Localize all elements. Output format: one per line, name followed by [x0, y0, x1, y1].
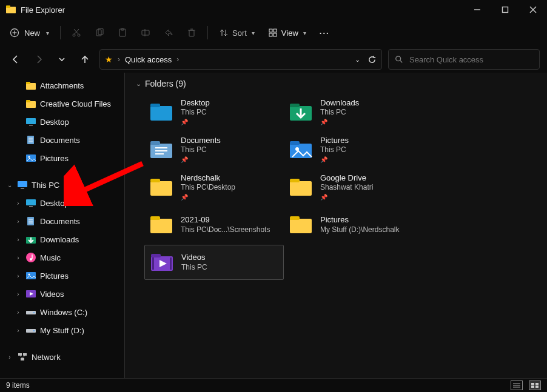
svg-rect-35	[26, 118, 36, 124]
chevron-icon[interactable]: ›	[15, 199, 22, 207]
cut-button[interactable]	[65, 24, 87, 42]
sidebar-item-this-pc[interactable]: ⌄This PC	[0, 176, 124, 194]
folder-card[interactable]: DownloadsThis PC📌	[284, 95, 423, 130]
sidebar-item-label: Videos	[40, 290, 64, 299]
chevron-icon[interactable]: ›	[15, 272, 22, 279]
rename-button[interactable]	[135, 24, 156, 42]
close-button[interactable]	[519, 0, 547, 19]
chevron-down-icon: ▾	[252, 30, 255, 36]
svg-rect-93	[170, 257, 172, 270]
folder-yellow-icon	[25, 98, 36, 109]
chevron-icon[interactable]: ›	[6, 353, 13, 360]
view-button-label: View	[281, 28, 298, 38]
breadcrumb-separator: ›	[176, 55, 179, 64]
svg-rect-74	[150, 141, 160, 145]
sidebar-item-desktop[interactable]: ›Desktop	[0, 194, 124, 212]
sidebar-item-pictures[interactable]: ›Pictures	[0, 149, 124, 167]
sidebar-item-network[interactable]: ›Network	[0, 348, 124, 366]
folder-card[interactable]: DocumentsThis PC📌	[144, 132, 284, 167]
new-button-label: New	[24, 28, 40, 38]
sidebar-item-music[interactable]: ›Music	[0, 248, 124, 267]
pin-icon: 📌	[181, 194, 235, 201]
monitor-icon	[17, 179, 28, 190]
svg-point-10	[78, 34, 80, 36]
chevron-icon[interactable]: ›	[15, 236, 22, 243]
chevron-icon[interactable]: ⌄	[6, 181, 13, 188]
sidebar-item-label: Attachments	[40, 81, 84, 90]
sidebar-item-creative-cloud-files[interactable]: ›Creative Cloud Files	[0, 95, 124, 113]
back-button[interactable]	[7, 51, 24, 68]
paste-button[interactable]	[112, 24, 133, 42]
command-bar: New ▾ Sort ▾ View ▾ ···	[0, 19, 547, 46]
breadcrumb-location[interactable]: Quick access	[125, 55, 172, 64]
forward-button[interactable]	[30, 51, 47, 68]
sidebar-item-my-stuff-d-[interactable]: ›My Stuff (D:)	[0, 321, 124, 339]
sidebar-item-windows-c-[interactable]: ›Windows (C:)	[0, 303, 124, 321]
pictures-icon	[25, 270, 36, 281]
section-header[interactable]: ⌄ Folders (9)	[136, 79, 536, 88]
svg-rect-83	[290, 181, 312, 196]
folder-card[interactable]: 2021-09This PC\Doc...\Screenshots	[144, 207, 284, 242]
maximize-button[interactable]	[491, 0, 519, 19]
svg-line-30	[400, 61, 403, 63]
copy-button[interactable]	[89, 24, 110, 42]
videos-icon	[25, 288, 36, 299]
music-icon	[25, 252, 36, 263]
sidebar-item-label: Pictures	[40, 271, 69, 281]
svg-rect-69	[150, 104, 160, 107]
sidebar-item-pictures[interactable]: ›Pictures	[0, 267, 124, 285]
refresh-button[interactable]	[367, 55, 377, 64]
svg-rect-68	[150, 106, 172, 121]
folder-card[interactable]: PicturesThis PC📌	[284, 132, 423, 167]
svg-point-9	[73, 34, 75, 36]
address-bar[interactable]: ★ › Quick access › ⌄	[99, 49, 382, 70]
thumbnails-view-toggle[interactable]	[529, 380, 541, 390]
pin-icon: 📌	[320, 194, 373, 201]
sidebar-item-desktop[interactable]: ›Desktop	[0, 113, 124, 131]
address-dropdown-button[interactable]: ⌄	[355, 56, 360, 64]
sidebar-item-documents[interactable]: ›Documents	[0, 212, 124, 230]
desktop-icon	[25, 198, 36, 208]
svg-line-12	[74, 29, 78, 34]
search-input[interactable]	[409, 55, 533, 64]
details-view-toggle[interactable]	[511, 380, 523, 390]
chevron-icon[interactable]: ›	[15, 218, 22, 225]
svg-rect-46	[29, 206, 33, 207]
sidebar-item-documents[interactable]: ›Documents	[0, 131, 124, 149]
folder-card[interactable]: PicturesMy Stuff (D:)\Nerdschalk	[284, 207, 423, 242]
minimize-button[interactable]	[463, 0, 491, 19]
sidebar-item-label: Desktop	[40, 118, 69, 127]
delete-button[interactable]	[181, 24, 203, 42]
folder-card[interactable]: VideosThis PC	[144, 245, 284, 280]
network-icon	[17, 351, 28, 362]
folder-location: This PC\Doc...\Screenshots	[181, 226, 270, 234]
more-button[interactable]: ···	[314, 24, 336, 42]
share-button[interactable]	[158, 24, 180, 42]
chevron-icon[interactable]: ›	[15, 308, 22, 316]
sidebar-item-downloads[interactable]: ›Downloads	[0, 230, 124, 248]
new-button[interactable]: New ▾	[4, 24, 55, 42]
folder-card[interactable]: NerdschalkThis PC\Desktop📌	[144, 170, 284, 205]
recent-locations-button[interactable]	[53, 51, 70, 68]
svg-rect-92	[152, 257, 154, 270]
search-box[interactable]	[388, 49, 540, 70]
folder-folder-icon	[149, 175, 173, 199]
chevron-icon[interactable]: ›	[15, 327, 22, 334]
chevron-icon[interactable]: ›	[15, 254, 22, 261]
folder-card[interactable]: Google DriveShashwat Khatri📌	[284, 170, 423, 205]
sort-button[interactable]: Sort ▾	[213, 24, 261, 42]
up-button[interactable]	[76, 51, 93, 68]
desktop-folder-icon	[149, 100, 173, 124]
folder-card[interactable]: DesktopThis PC📌	[144, 95, 284, 130]
svg-point-54	[30, 258, 32, 261]
section-title: Folders (9)	[145, 79, 186, 88]
sidebar-item-videos[interactable]: ›Videos	[0, 285, 124, 303]
sidebar-item-attachments[interactable]: ›Attachments	[0, 76, 124, 95]
chevron-down-icon: ▾	[303, 30, 306, 36]
downloads-icon	[25, 234, 36, 245]
chevron-icon[interactable]: ›	[15, 290, 22, 297]
folder-name: 2021-09	[181, 216, 270, 224]
folder-name: Downloads	[320, 99, 359, 107]
svg-rect-88	[290, 216, 300, 220]
view-button[interactable]: View ▾	[262, 24, 312, 42]
